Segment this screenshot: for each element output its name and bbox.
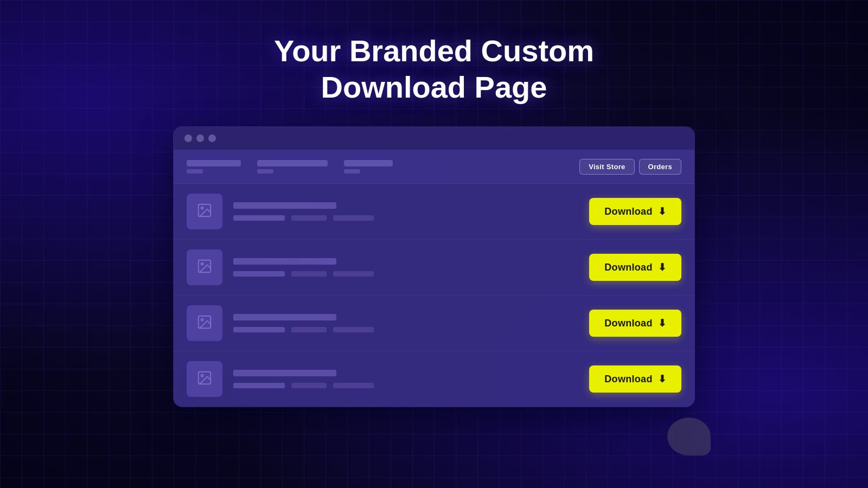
nav-bar: Visit Store Orders	[174, 150, 694, 184]
browser-window: Visit Store Orders	[174, 127, 694, 407]
item-1-detail-3	[333, 215, 374, 221]
nav-logo-placeholder	[187, 160, 241, 166]
download-label-1: Download	[604, 206, 652, 217]
item-2-detail-2	[291, 271, 327, 277]
download-button-4[interactable]: Download ⬇	[589, 365, 681, 393]
svg-point-3	[201, 263, 203, 265]
item-1-thumbnail	[187, 194, 222, 229]
svg-point-7	[201, 375, 203, 377]
item-1-detail-2	[291, 215, 327, 221]
item-1-row1	[233, 202, 578, 210]
image-icon-3	[196, 314, 213, 332]
browser-dot-red	[184, 134, 192, 142]
item-1-name	[233, 202, 336, 209]
item-2-detail-3	[333, 271, 374, 277]
nav-buttons: Visit Store Orders	[579, 159, 681, 175]
orders-button[interactable]: Orders	[639, 159, 681, 175]
download-item-1: Download ⬇	[174, 184, 694, 240]
download-label-3: Download	[604, 318, 652, 329]
item-4-detail-2	[291, 383, 327, 388]
image-icon-2	[196, 258, 213, 277]
item-3-row1	[233, 314, 578, 322]
item-1-info	[233, 202, 578, 221]
item-4-detail-3	[333, 383, 374, 388]
image-icon-4	[196, 370, 213, 388]
nav-link-1-area	[257, 160, 328, 174]
download-list: Download ⬇	[174, 184, 694, 407]
download-icon-3: ⬇	[658, 317, 666, 329]
download-icon-1: ⬇	[658, 206, 666, 217]
item-3-thumbnail	[187, 305, 222, 341]
browser-content: Visit Store Orders	[174, 150, 694, 407]
download-button-2[interactable]: Download ⬇	[589, 254, 681, 281]
nav-logo-area	[187, 160, 241, 174]
item-3-detail-2	[291, 327, 327, 332]
item-3-row2	[233, 327, 578, 332]
browser-chrome	[174, 127, 694, 150]
nav-link-2-area	[344, 160, 393, 174]
item-2-name	[233, 258, 336, 265]
page-title: Your Branded Custom Download Page	[274, 33, 594, 105]
item-4-row2	[233, 383, 578, 388]
nav-link-1	[257, 160, 328, 166]
main-content: Your Branded Custom Download Page	[0, 0, 868, 407]
item-3-name	[233, 314, 336, 320]
download-item-3: Download ⬇	[174, 296, 694, 351]
item-1-detail-1	[233, 215, 285, 221]
download-item-4: Download ⬇	[174, 351, 694, 407]
download-label-4: Download	[604, 374, 652, 385]
item-2-info	[233, 258, 578, 277]
item-2-thumbnail	[187, 249, 222, 285]
item-3-detail-1	[233, 327, 285, 332]
item-4-info	[233, 370, 578, 388]
image-icon-1	[196, 202, 213, 221]
item-2-row1	[233, 258, 578, 266]
browser-dot-yellow	[196, 134, 204, 142]
nav-link-2	[344, 160, 393, 166]
nav-link-2-sub	[344, 169, 360, 174]
download-button-1[interactable]: Download ⬇	[589, 198, 681, 225]
nav-logo-sub	[187, 169, 203, 174]
item-4-detail-1	[233, 383, 285, 388]
svg-point-1	[201, 207, 203, 209]
chat-bubble-decoration	[667, 418, 711, 455]
browser-dot-green	[208, 134, 216, 142]
item-2-row2	[233, 271, 578, 277]
item-4-name	[233, 370, 336, 376]
download-icon-2: ⬇	[658, 261, 666, 273]
item-2-detail-1	[233, 271, 285, 277]
item-4-row1	[233, 370, 578, 377]
download-item-2: Download ⬇	[174, 240, 694, 296]
download-button-3[interactable]: Download ⬇	[589, 310, 681, 337]
visit-store-button[interactable]: Visit Store	[579, 159, 634, 175]
nav-link-1-sub	[257, 169, 273, 174]
item-3-detail-3	[333, 327, 374, 332]
item-4-thumbnail	[187, 361, 222, 397]
item-3-info	[233, 314, 578, 332]
svg-point-5	[201, 319, 203, 321]
download-icon-4: ⬇	[658, 373, 666, 385]
download-label-2: Download	[604, 262, 652, 273]
nav-left	[187, 160, 393, 174]
item-1-row2	[233, 215, 578, 221]
